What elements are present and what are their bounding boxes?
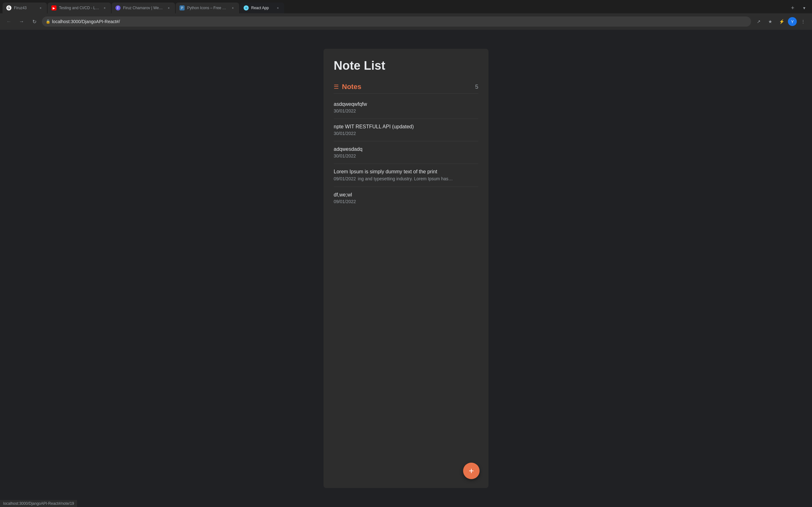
tab-react-favicon: ⚛: [244, 5, 249, 10]
new-tab-button[interactable]: +: [787, 3, 798, 13]
notes-header: ☰ Notes 5: [334, 80, 478, 94]
tab-react-title: React App: [251, 6, 273, 10]
note-title-1: asdqweqwfqfw: [334, 101, 478, 107]
profile-button[interactable]: Y: [788, 17, 797, 26]
notes-list: asdqweqwfqfw30/01/2022npte WIT RESTFULL …: [334, 96, 478, 209]
tab-tab-github[interactable]: GFiruz43×: [3, 3, 47, 13]
menu-button[interactable]: ⋮: [798, 16, 808, 26]
reload-button[interactable]: ↻: [29, 16, 39, 26]
tab-tab-python[interactable]: PPython Icons – Free Vector I…×: [176, 3, 239, 13]
tab-youtube-close[interactable]: ×: [102, 5, 107, 10]
tab-tab-firuz[interactable]: FFiruz Chamarov | Web Devel…×: [112, 3, 175, 13]
toolbar-right: ↗ ★ ⚡ Y ⋮: [754, 16, 808, 26]
tab-firuz-close[interactable]: ×: [166, 5, 171, 10]
note-item-3[interactable]: adqwesdadq30/01/2022: [334, 141, 478, 164]
notes-count: 5: [475, 83, 478, 90]
tab-youtube-title: Testing and CI/CD - Lecture: [59, 6, 100, 10]
tab-firuz-favicon: F: [115, 5, 120, 10]
tab-youtube-favicon: ▶: [51, 5, 56, 10]
note-date-3: 30/01/2022: [334, 153, 478, 158]
note-date-1: 30/01/2022: [334, 108, 478, 113]
notes-header-left: ☰ Notes: [334, 83, 361, 91]
note-title-3: adqwesdadq: [334, 147, 478, 152]
address-wrapper: 🔒: [42, 16, 751, 26]
tab-python-title: Python Icons – Free Vector I…: [187, 6, 228, 10]
note-date-2: 30/01/2022: [334, 131, 478, 136]
tab-github-close[interactable]: ×: [38, 5, 43, 10]
note-meta-4: 09/01/2022ing and typesetting industry. …: [334, 176, 478, 181]
note-title-5: df,we;wl: [334, 192, 478, 198]
notes-label: Notes: [342, 83, 361, 91]
extensions-button[interactable]: ⚡: [776, 16, 786, 26]
note-title-4: Lorem Ipsum is simply dummy text of the …: [334, 169, 478, 175]
note-title-2: npte WIT RESTFULL API (updated): [334, 124, 478, 130]
note-meta-5: 09/01/2022: [334, 199, 478, 204]
note-meta-3: 30/01/2022: [334, 153, 478, 158]
note-preview-4: ing and typesetting industry. Lorem Ipsu…: [358, 176, 453, 181]
tab-tab-youtube[interactable]: ▶Testing and CI/CD - Lecture×: [48, 3, 111, 13]
note-item-2[interactable]: npte WIT RESTFULL API (updated)30/01/202…: [334, 119, 478, 141]
note-meta-1: 30/01/2022: [334, 108, 478, 113]
tab-python-close[interactable]: ×: [230, 5, 235, 10]
share-button[interactable]: ↗: [754, 16, 764, 26]
main-content: Note List ☰ Notes 5 asdqweqwfqfw30/01/20…: [0, 30, 812, 507]
tab-dropdown-button[interactable]: ▾: [799, 3, 809, 13]
list-icon: ☰: [334, 83, 339, 90]
note-date-4: 09/01/2022: [334, 176, 356, 181]
tab-github-favicon: G: [6, 5, 11, 10]
note-item-1[interactable]: asdqweqwfqfw30/01/2022: [334, 96, 478, 119]
forward-button[interactable]: →: [16, 16, 27, 26]
lock-icon: 🔒: [46, 19, 50, 24]
tab-react-close[interactable]: ×: [275, 5, 281, 10]
note-meta-2: 30/01/2022: [334, 131, 478, 136]
tab-bar: GFiruz43×▶Testing and CI/CD - Lecture×FF…: [0, 0, 812, 13]
note-date-5: 09/01/2022: [334, 199, 478, 204]
note-item-5[interactable]: df,we;wl09/01/2022: [334, 187, 478, 209]
note-list-container: Note List ☰ Notes 5 asdqweqwfqfw30/01/20…: [323, 49, 489, 488]
note-item-4[interactable]: Lorem Ipsum is simply dummy text of the …: [334, 164, 478, 187]
tab-tab-react[interactable]: ⚛React App×: [240, 3, 284, 13]
address-bar: ← → ↻ 🔒 ↗ ★ ⚡ Y ⋮: [0, 13, 812, 30]
status-bar: localhost:3000/DjangoAPI-React#/note/19: [0, 500, 77, 507]
back-button[interactable]: ←: [4, 16, 14, 26]
browser-chrome: GFiruz43×▶Testing and CI/CD - Lecture×FF…: [0, 0, 812, 30]
add-note-button[interactable]: +: [463, 463, 479, 479]
tab-github-title: Firuz43: [14, 6, 36, 10]
address-input[interactable]: [42, 16, 751, 26]
tab-python-favicon: P: [180, 5, 185, 10]
page-title: Note List: [334, 59, 478, 72]
tab-firuz-title: Firuz Chamarov | Web Devel…: [123, 6, 164, 10]
bookmark-button[interactable]: ★: [765, 16, 775, 26]
